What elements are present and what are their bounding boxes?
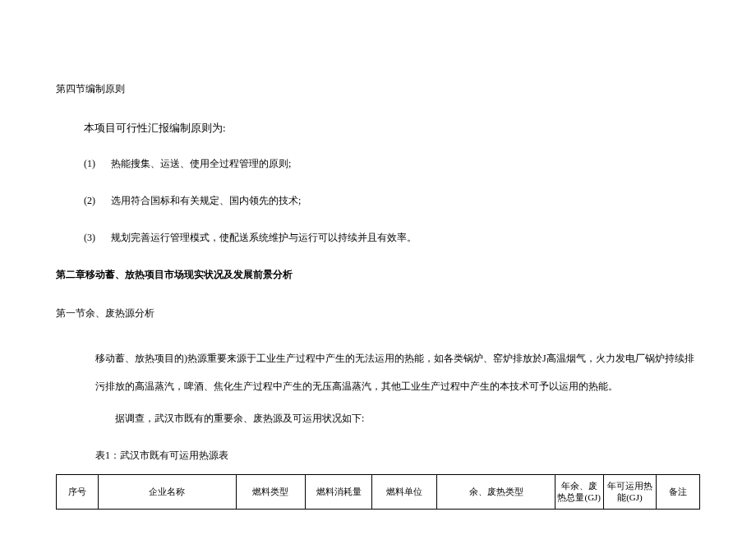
item-number: (2) <box>84 195 108 207</box>
table-caption: 表1：武汉市既有可运用热源表 <box>56 449 700 463</box>
analysis-paragraph: 移动蓄、放热项目的)热源重要来源于工业生产过程中产生的无法运用的热能，如各类锅炉… <box>56 345 700 400</box>
item-text: 规划完善运行管理模式，使配送系统维护与运行可以持续并且有效率。 <box>111 232 417 243</box>
list-item: (3) 规划完善运行管理模式，使配送系统维护与运行可以持续并且有效率。 <box>56 231 700 245</box>
item-number: (1) <box>84 158 108 170</box>
item-number: (3) <box>84 232 108 244</box>
section4-intro: 本项目可行性汇报编制原则为: <box>56 121 700 136</box>
col-waste-heat-type: 余、废热类型 <box>437 475 555 510</box>
survey-line: 据调查，武汉市既有的重要余、废热源及可运用状况如下: <box>56 412 700 426</box>
list-item: (2) 选用符合国标和有关规定、国内领先的技术; <box>56 194 700 208</box>
col-usable-heat: 年可运用热能(GJ) <box>603 475 657 510</box>
list-item: (1) 热能搜集、运送、使用全过程管理的原则; <box>56 157 700 171</box>
section1-heading: 第一节余、废热源分析 <box>56 307 700 321</box>
table-header-row: 序号 企业名称 燃料类型 燃料消耗量 燃料单位 余、废热类型 年余、废热总量(G… <box>57 475 700 510</box>
item-text: 热能搜集、运送、使用全过程管理的原则; <box>111 158 291 169</box>
chapter2-heading: 第二章移动蓄、放热项目市场现实状况及发展前景分析 <box>56 268 700 282</box>
item-text: 选用符合国标和有关规定、国内领先的技术; <box>111 195 301 206</box>
col-seq: 序号 <box>57 475 99 510</box>
col-company: 企业名称 <box>98 475 236 510</box>
col-remark: 备注 <box>657 475 700 510</box>
col-fuel-unit: 燃料单位 <box>372 475 437 510</box>
section4-heading: 第四节编制原则 <box>56 82 700 96</box>
heat-source-table: 序号 企业名称 燃料类型 燃料消耗量 燃料单位 余、废热类型 年余、废热总量(G… <box>56 474 700 510</box>
col-fuel-type: 燃料类型 <box>236 475 306 510</box>
col-annual-waste-heat: 年余、废热总量(GJ) <box>555 475 603 510</box>
col-fuel-consumption: 燃料消耗量 <box>306 475 372 510</box>
